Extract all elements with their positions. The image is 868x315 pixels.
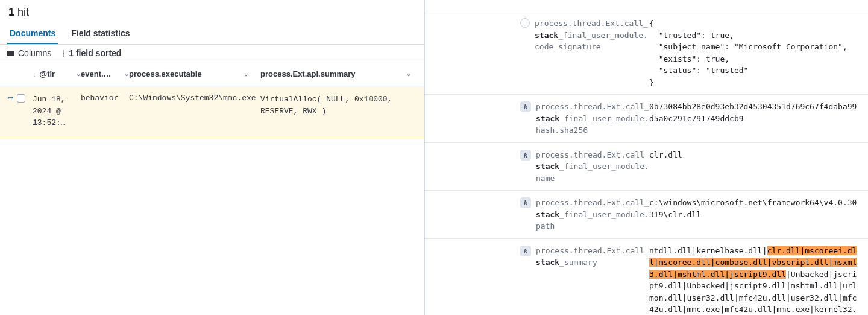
header-timestamp[interactable]: ↓ @tir ⌄	[33, 69, 81, 78]
chevron-down-icon: ⌄	[124, 71, 129, 77]
field-name-cell: kprocess.thread.Ext.call_stack_final_use…	[425, 101, 649, 136]
field-row: kprocess.thread.Ext.call_stack_final_use…	[425, 190, 868, 238]
object-type-icon	[520, 18, 530, 28]
header-event-label: event.…	[81, 69, 112, 78]
hit-count: 1 hit	[0, 0, 424, 22]
hit-label: hit	[17, 6, 29, 18]
expand-icon[interactable]: ⤢	[5, 93, 16, 104]
columns-label: Columns	[18, 48, 51, 58]
keyword-type-icon: k	[520, 246, 531, 256]
header-timestamp-label: @tir	[40, 69, 55, 78]
field-value[interactable]: c:\windows\microsoft.net\framework64\v4.…	[649, 197, 857, 220]
field-row: kprocess.thread.Ext.call_stack_final_use…	[425, 142, 868, 191]
field-name[interactable]: process.thread.Ext.call_stack_final_user…	[536, 149, 649, 185]
header-executable[interactable]: process.executable ⌄	[129, 69, 260, 78]
columns-button[interactable]: Columns	[7, 48, 51, 58]
field-value[interactable]: 0b73084bb28e0d93eb32d45304351d769c67f4da…	[649, 101, 857, 124]
cell-event: behavior	[81, 94, 129, 103]
field-name-cell: process.thread.Ext.call_stack_final_user…	[425, 18, 649, 53]
field-value[interactable]: ntdll.dll|kernelbase.dll|clr.dll|mscoree…	[649, 245, 857, 316]
tab-field-statistics[interactable]: Field statistics	[69, 22, 132, 44]
list-icon	[7, 51, 14, 56]
field-name[interactable]: process.thread.Ext.call_stack_final_user…	[536, 101, 649, 136]
field-row: kprocess.thread.Ext.call_stack_final_use…	[425, 94, 868, 142]
field-name[interactable]: process.thread.Ext.call_stack_summary	[536, 245, 649, 269]
header-event[interactable]: event.… ⌄	[81, 69, 129, 78]
keyword-type-icon: k	[520, 150, 531, 161]
cell-executable: C:\Windows\System32\mmc.exe	[129, 94, 260, 103]
sort-label: 1 field sorted	[69, 48, 121, 58]
field-name[interactable]: process.thread.Ext.call_stack_final_user…	[536, 197, 649, 232]
field-row: process.thread.Ext.call_stack_final_user…	[425, 11, 868, 94]
discover-panel: 1 hit Documents Field statistics Columns…	[0, 0, 425, 315]
header-api-summary[interactable]: process.Ext.api.summary ⌄	[260, 69, 417, 78]
tab-documents[interactable]: Documents	[7, 22, 58, 44]
field-value[interactable]: { "trusted": true, "subject_name": "Micr…	[649, 18, 857, 88]
table-header-row: ↓ @tir ⌄ event.… ⌄ process.executable ⌄ …	[0, 62, 424, 86]
field-name[interactable]: process.thread.Ext.call_stack_final_user…	[535, 18, 649, 53]
chevron-down-icon: ⌄	[406, 71, 411, 77]
header-exec-label: process.executable	[129, 69, 202, 78]
document-details-panel: process.thread.Ext.call_stack_final_user…	[425, 0, 868, 315]
row-checkbox[interactable]	[17, 94, 25, 103]
sort-button[interactable]: ↑↓ 1 field sorted	[62, 48, 121, 58]
tabs: Documents Field statistics	[0, 22, 424, 45]
cell-api-summary: VirtualAlloc( NULL, 0x10000, RESERVE, RW…	[260, 94, 417, 117]
field-name-cell: kprocess.thread.Ext.call_stack_final_use…	[425, 149, 649, 185]
chevron-down-icon: ⌄	[76, 71, 81, 77]
cell-timestamp: Jun 18, 2024 @ 13:52:…	[33, 94, 81, 129]
hit-number: 1	[8, 6, 14, 18]
keyword-type-icon: k	[520, 197, 531, 208]
table-row[interactable]: ⤢ Jun 18, 2024 @ 13:52:… behavior C:\Win…	[0, 86, 424, 138]
header-api-label: process.Ext.api.summary	[260, 69, 356, 78]
arrow-down-icon: ↓	[33, 71, 36, 78]
field-row: kprocess.thread.Ext.call_stack_summarynt…	[425, 238, 868, 316]
keyword-type-icon: k	[520, 101, 531, 112]
chevron-down-icon: ⌄	[244, 71, 248, 77]
sort-icon: ↑↓	[62, 50, 65, 56]
row-controls: ⤢	[7, 94, 33, 103]
field-name-cell: kprocess.thread.Ext.call_stack_final_use…	[425, 197, 649, 232]
field-name-cell: kprocess.thread.Ext.call_stack_summary	[425, 245, 649, 269]
field-value[interactable]: clr.dll	[649, 149, 857, 161]
table-toolbar: Columns ↑↓ 1 field sorted	[0, 45, 424, 62]
